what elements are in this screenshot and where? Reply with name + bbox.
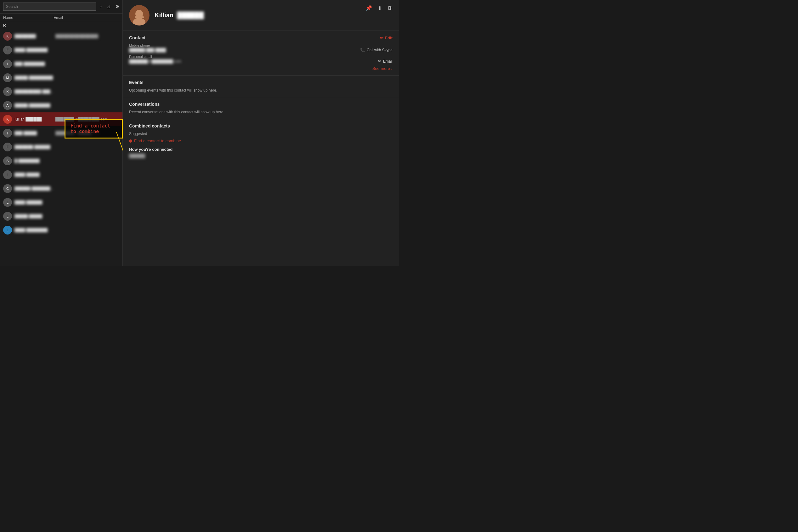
edit-button[interactable]: ✏ Edit (380, 36, 393, 40)
find-contact-link[interactable]: Find a contact to combine (129, 138, 393, 143)
avatar: A (3, 101, 12, 110)
contact-row[interactable]: T███ ████████████@█████.com (0, 126, 122, 140)
avatar: F (3, 46, 12, 55)
section-letter-k: K (0, 22, 122, 29)
pin-icon[interactable]: 📌 (366, 5, 372, 11)
avatar: K (3, 115, 12, 124)
contact-row[interactable]: K████████████████████████ (0, 29, 122, 43)
email-icon: ✉ (378, 59, 381, 63)
contact-row[interactable]: F████ ████████ (0, 43, 122, 57)
events-text: Upcoming events with this contact will s… (129, 88, 393, 93)
add-contact-icon[interactable]: + (99, 4, 102, 10)
contact-row[interactable]: C██████ ███████████ (0, 182, 122, 195)
contact-row[interactable]: S█ ████████ (0, 154, 122, 168)
contact-row[interactable]: K██████████ █████ (0, 85, 122, 98)
avatar: F (3, 142, 12, 151)
contact-name-blurred: ██████ (177, 12, 204, 19)
contact-email: ███████@█████.com (55, 131, 119, 135)
contact-row[interactable]: T███ ████████ (0, 57, 122, 71)
contact-name: █████ ████████ (15, 103, 55, 108)
avatar: K (3, 87, 12, 96)
contact-header: Killian ██████ 📌 ⬆ 🗑 (123, 0, 399, 31)
header-actions: 📌 ⬆ 🗑 (366, 5, 393, 11)
name-column-header: Name (3, 15, 54, 20)
column-headers: Name Email (0, 14, 122, 22)
avatar-image (129, 5, 150, 25)
avatar: L (3, 198, 12, 207)
contact-name: Killian ██████ (15, 117, 55, 121)
contact-row[interactable]: M█████ █████████ (0, 71, 122, 85)
contact-email: ███████@████████.com (55, 117, 119, 121)
skype-icon: 📞 (360, 48, 365, 52)
email-button[interactable]: ✉ Email (378, 59, 393, 63)
contact-name: █ ████████ (15, 159, 55, 163)
combined-contacts-title: Combined contacts (129, 124, 393, 129)
suggested-label: Suggested (129, 132, 393, 136)
personal-email-value: ███████@████████.com (129, 59, 181, 63)
contact-name: ███ ████████ (15, 62, 55, 66)
contact-name: ████ ██████ (15, 200, 55, 205)
dot-icon (129, 139, 132, 142)
mobile-phone-label: Mobile phone (129, 43, 393, 47)
settings-icon[interactable]: ⚙ (115, 4, 119, 10)
avatar: K (3, 32, 12, 41)
avatar: L (3, 170, 12, 179)
svg-rect-4 (135, 16, 144, 18)
contact-section-title: Contact ✏ Edit (129, 35, 393, 40)
edit-icon: ✏ (380, 36, 383, 40)
contacts-list-panel: + ⊿ ⚙ Name Email K K████████████████████… (0, 0, 123, 266)
combined-contacts-section: Combined contacts Suggested Find a conta… (123, 119, 399, 163)
contact-row[interactable]: L█████ █████ (0, 209, 122, 223)
conversations-section-title: Conversations (129, 102, 393, 107)
conversations-text: Recent conversations with this contact w… (129, 110, 393, 114)
contact-name: █████ █████████ (15, 76, 55, 80)
contact-name: ███████ ██████ (15, 145, 55, 149)
contact-avatar-large (129, 5, 150, 25)
contact-row[interactable]: L████ ██████ (0, 195, 122, 209)
contact-header-name: Killian ██████ (155, 12, 204, 19)
contact-name: ████ ████████ (15, 48, 55, 52)
avatar: L (3, 226, 12, 234)
avatar: C (3, 184, 12, 193)
events-section: Events Upcoming events with this contact… (123, 76, 399, 97)
avatar: S (3, 156, 12, 165)
contact-row[interactable]: A█████ ████████ (0, 98, 122, 112)
share-icon[interactable]: ⬆ (378, 5, 382, 11)
how-connected-label: How you're connected (129, 147, 393, 152)
contact-row[interactable]: L████ ████████ (0, 223, 122, 237)
avatar: L (3, 212, 12, 221)
contact-email: ████████████████ (55, 34, 119, 38)
contact-name: ████ █████ (15, 172, 55, 177)
toolbar-icons: + ⊿ ⚙ (99, 4, 119, 10)
personal-email-field: Personal email ███████@████████.com ✉ Em… (129, 55, 393, 63)
avatar: M (3, 73, 12, 82)
contact-row[interactable]: KKillian █████████████@████████.com (0, 112, 122, 126)
mobile-phone-value: ██████ ███ ████ (129, 48, 166, 52)
contact-name: ████ ████████ (15, 228, 55, 232)
contact-name: ██████ ███████████ (15, 186, 55, 191)
contact-name: ███ █████ (15, 131, 55, 135)
contact-name: ██████████ █████ (15, 89, 55, 94)
contact-section: Contact ✏ Edit Mobile phone ██████ ███ █… (123, 31, 399, 76)
conversations-section: Conversations Recent conversations with … (123, 97, 399, 119)
filter-icon[interactable]: ⊿ (107, 4, 111, 10)
search-input[interactable] (3, 2, 96, 11)
call-skype-button[interactable]: 📞 Call with Skype (360, 48, 393, 52)
contact-row[interactable]: F███████ ██████ (0, 140, 122, 154)
how-connected-value: ██████ (129, 154, 393, 158)
see-more-button[interactable]: See more › (129, 66, 393, 71)
events-section-title: Events (129, 80, 393, 85)
contact-name: █████ █████ (15, 214, 55, 218)
avatar: T (3, 129, 12, 137)
contact-detail-panel: Killian ██████ 📌 ⬆ 🗑 Contact ✏ Edit Mobi… (123, 0, 399, 266)
contact-name: ████████ (15, 34, 55, 38)
mobile-phone-field: Mobile phone ██████ ███ ████ 📞 Call with… (129, 43, 393, 52)
contact-row[interactable]: L████ █████ (0, 168, 122, 182)
avatar: T (3, 59, 12, 68)
contacts-list: K K████████████████████████F████ ███████… (0, 22, 122, 266)
delete-icon[interactable]: 🗑 (387, 5, 393, 11)
email-column-header: Email (54, 15, 119, 20)
personal-email-label: Personal email (129, 55, 393, 59)
search-toolbar: + ⊿ ⚙ (0, 0, 122, 14)
